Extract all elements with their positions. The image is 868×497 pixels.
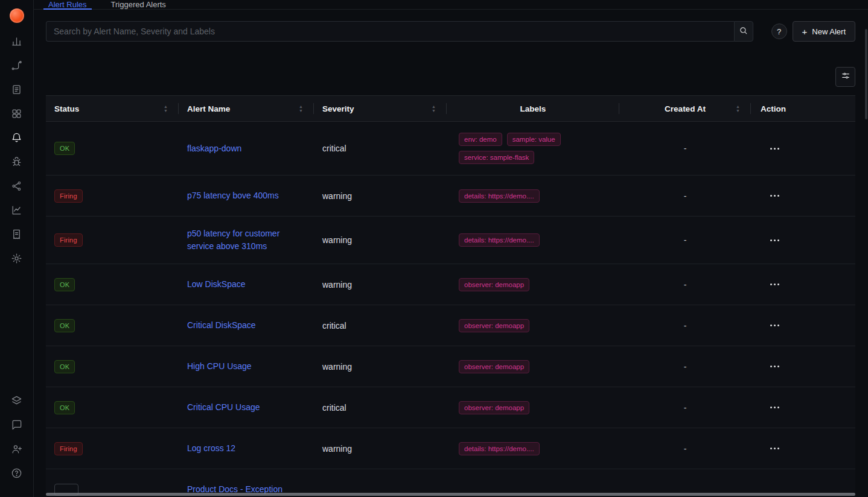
user-plus-icon <box>11 443 22 457</box>
route-icon <box>11 60 22 73</box>
status-badge: OK <box>54 401 75 414</box>
column-header-created-at[interactable]: Created At ▲▼ <box>619 96 751 121</box>
sidebar-item-feedback[interactable] <box>5 414 29 438</box>
tab-alert-rules[interactable]: Alert Rules <box>43 0 92 9</box>
severity-value: critical <box>314 122 447 175</box>
label-tag: observer: demoapp <box>459 360 529 373</box>
status-badge: OK <box>54 319 75 332</box>
chat-icon <box>11 419 22 432</box>
alert-name-link[interactable]: p50 latency for customer service above 3… <box>187 227 305 253</box>
sidebar-item-versions[interactable] <box>5 390 29 414</box>
severity-value: warning <box>314 346 447 387</box>
alert-name-link[interactable]: Critical DiskSpace <box>187 319 256 332</box>
severity-value: warning <box>314 428 447 469</box>
label-tag: observer: demoapp <box>459 319 529 332</box>
more-actions-button[interactable] <box>769 362 780 371</box>
help-button[interactable]: ? <box>771 24 787 39</box>
more-actions-button[interactable] <box>769 280 780 289</box>
column-header-label: Action <box>761 104 786 113</box>
column-header-label: Labels <box>520 104 546 113</box>
new-alert-label: New Alert <box>812 27 846 36</box>
more-actions-button[interactable] <box>769 444 780 453</box>
alert-name-link[interactable]: Critical CPU Usage <box>187 401 260 414</box>
label-tag: observer: demoapp <box>459 278 529 291</box>
layers-icon <box>11 395 22 408</box>
table-row: OK Low DiskSpace warning observer: demoa… <box>46 264 855 305</box>
new-alert-button[interactable]: + New Alert <box>793 21 855 42</box>
sidebar-nav-top <box>0 30 33 271</box>
sidebar-item-settings[interactable] <box>5 247 29 271</box>
alert-name-link[interactable]: Low DiskSpace <box>187 278 246 291</box>
search-input[interactable] <box>46 21 734 42</box>
label-tag: service: sample-flask <box>459 151 534 164</box>
sidebar-item-services[interactable] <box>5 30 29 54</box>
labels-cell: observer: demoapp <box>447 305 619 346</box>
column-header-alert-name[interactable]: Alert Name ▲▼ <box>179 96 314 121</box>
vertical-scrollbar-thumb[interactable] <box>865 29 867 119</box>
sidebar-item-service-map[interactable] <box>5 175 29 199</box>
status-badge: OK <box>54 360 75 373</box>
sidebar-item-traces[interactable] <box>5 54 29 78</box>
sort-icon: ▲▼ <box>164 105 168 113</box>
column-header-label: Created At <box>665 104 706 113</box>
search-button[interactable] <box>734 21 753 42</box>
sidebar-item-help[interactable] <box>5 462 29 486</box>
label-tag: observer: demoapp <box>459 401 529 414</box>
signoz-logo[interactable] <box>10 8 24 23</box>
page-tabs: Alert Rules Triggered Alerts <box>34 0 868 10</box>
more-actions-button[interactable] <box>769 236 780 245</box>
sort-icon: ▲▼ <box>299 105 303 113</box>
table-row: Firing Log cross 12 warning details: htt… <box>46 428 855 469</box>
label-tag: details: https://demo.... <box>459 233 540 247</box>
sidebar-item-billing[interactable] <box>5 223 29 247</box>
alerts-table: Status ▲▼ Alert Name ▲▼ Severity ▲▼ Labe… <box>46 95 855 497</box>
alert-name-link[interactable]: High CPU Usage <box>187 360 252 373</box>
alert-name-link[interactable]: Log cross 12 <box>187 442 235 455</box>
more-actions-button[interactable] <box>769 321 780 330</box>
table-header: Status ▲▼ Alert Name ▲▼ Severity ▲▼ Labe… <box>46 95 855 122</box>
severity-value: warning <box>314 264 447 305</box>
sidebar-item-dashboards[interactable] <box>5 103 29 127</box>
label-tag: env: demo <box>459 133 502 146</box>
receipt-icon <box>11 229 22 242</box>
labels-cell: observer: demoapp <box>447 346 619 387</box>
more-actions-button[interactable] <box>769 403 780 412</box>
table-body: OK flaskapp-down critical env: demosampl… <box>46 122 855 497</box>
sidebar-item-usage[interactable] <box>5 199 29 223</box>
sidebar-item-exceptions[interactable] <box>5 151 29 175</box>
grid-icon <box>11 108 22 121</box>
created-at-value: - <box>619 122 751 175</box>
horizontal-scrollbar-thumb[interactable] <box>46 493 855 496</box>
column-header-status[interactable]: Status ▲▼ <box>46 96 179 121</box>
label-tag: sample: value <box>507 133 561 146</box>
created-at-value: - <box>619 387 751 428</box>
labels-cell: observer: demoapp <box>447 264 619 305</box>
column-settings-button[interactable] <box>835 67 855 87</box>
toolbar: ? + New Alert <box>46 21 855 42</box>
filter-row <box>46 67 855 87</box>
tab-triggered-alerts[interactable]: Triggered Alerts <box>106 0 171 9</box>
sidebar-item-alerts[interactable] <box>5 127 29 151</box>
bell-icon <box>11 132 22 145</box>
column-header-labels: Labels <box>447 96 619 121</box>
alert-name-link[interactable]: p75 latency bove 400ms <box>187 189 279 202</box>
table-row: OK Critical CPU Usage critical observer:… <box>46 387 855 428</box>
sliders-icon <box>841 71 850 83</box>
sort-icon: ▲▼ <box>736 105 740 113</box>
bug-icon <box>11 156 22 169</box>
table-row: OK High CPU Usage warning observer: demo… <box>46 346 855 387</box>
column-header-label: Status <box>54 104 79 113</box>
sidebar-item-invite-user[interactable] <box>5 438 29 462</box>
alert-name-link[interactable]: flaskapp-down <box>187 142 241 155</box>
sidebar-item-logs[interactable] <box>5 78 29 103</box>
status-badge: OK <box>54 142 75 155</box>
help-circle-icon <box>11 467 22 481</box>
bar-chart-icon <box>11 36 22 49</box>
search-icon <box>739 26 748 37</box>
question-icon: ? <box>777 27 781 36</box>
column-header-label: Severity <box>322 104 354 113</box>
status-badge: Firing <box>54 442 83 455</box>
more-actions-button[interactable] <box>769 191 780 200</box>
more-actions-button[interactable] <box>769 144 780 153</box>
column-header-severity[interactable]: Severity ▲▼ <box>314 96 447 121</box>
